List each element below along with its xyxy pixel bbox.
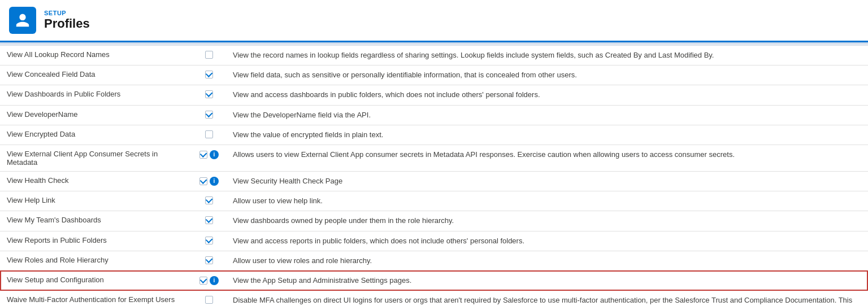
permission-description: Allows users to view External Client App… (226, 145, 868, 171)
permission-description: View the value of encrypted fields in pl… (226, 125, 868, 145)
permission-checkbox-cell[interactable] (192, 105, 226, 125)
permission-description: Allow user to view help link. (226, 191, 868, 211)
permission-checkbox[interactable] (199, 277, 207, 285)
table-row: View Help LinkAllow user to view help li… (0, 191, 868, 211)
table-row: View Roles and Role HierarchyAllow user … (0, 251, 868, 270)
permission-name: View External Client App Consumer Secret… (0, 145, 192, 171)
permission-checkbox[interactable] (205, 296, 213, 304)
permission-checkbox-cell[interactable] (192, 291, 226, 306)
permission-checkbox-cell[interactable]: i (192, 145, 226, 171)
permission-name: View Roles and Role Hierarchy (0, 251, 192, 270)
permissions-table-container: View All Lookup Record NamesView the rec… (0, 46, 868, 306)
permission-checkbox[interactable] (205, 51, 213, 59)
permission-checkbox[interactable] (205, 237, 213, 244)
info-button[interactable]: i (210, 276, 219, 285)
permission-checkbox[interactable] (199, 177, 207, 185)
permission-name: View Help Link (0, 191, 192, 211)
permission-checkbox-cell[interactable]: i (192, 270, 226, 290)
info-button[interactable]: i (210, 177, 219, 186)
permission-name: View Concealed Field Data (0, 65, 192, 85)
permission-name: View Dashboards in Public Folders (0, 85, 192, 105)
table-row: View External Client App Consumer Secret… (0, 145, 868, 171)
permission-name: View DeveloperName (0, 105, 192, 125)
permission-checkbox-cell[interactable] (192, 231, 226, 251)
header-text: SETUP Profiles (44, 10, 90, 31)
permission-description: Disable MFA challenges on direct UI logi… (226, 291, 868, 306)
permission-description: View the record names in lookup fields r… (226, 46, 868, 65)
permission-description: View dashboards owned by people under th… (226, 211, 868, 231)
permission-description: Allow user to view roles and role hierar… (226, 251, 868, 270)
info-button[interactable]: i (210, 150, 219, 159)
table-row: View DeveloperNameView the DeveloperName… (0, 105, 868, 125)
permission-checkbox-cell[interactable] (192, 65, 226, 85)
permission-name: View Setup and Configuration (0, 270, 192, 290)
table-row: View Concealed Field DataView field data… (0, 65, 868, 85)
permissions-table: View All Lookup Record NamesView the rec… (0, 46, 868, 306)
permission-name: View All Lookup Record Names (0, 46, 192, 65)
permission-checkbox[interactable] (205, 71, 213, 78)
permission-checkbox-cell[interactable] (192, 85, 226, 105)
permission-description: View the App Setup and Administrative Se… (226, 270, 868, 290)
table-row: View Setup and ConfigurationiView the Ap… (0, 270, 868, 290)
permission-checkbox[interactable] (205, 130, 213, 138)
permission-checkbox[interactable] (205, 216, 213, 224)
table-row: View All Lookup Record NamesView the rec… (0, 46, 868, 65)
permission-description: View Security Health Check Page (226, 171, 868, 191)
permission-checkbox-cell[interactable] (192, 191, 226, 211)
permission-name: View My Team's Dashboards (0, 211, 192, 231)
permission-name: View Reports in Public Folders (0, 231, 192, 251)
permission-name: View Encrypted Data (0, 125, 192, 145)
page-title: Profiles (44, 16, 90, 31)
permission-description: View and access dashboards in public fol… (226, 85, 868, 105)
table-row: View Dashboards in Public FoldersView an… (0, 85, 868, 105)
permission-description: View field data, such as sensitive or pe… (226, 65, 868, 85)
setup-label: SETUP (44, 10, 90, 16)
permission-checkbox-cell[interactable] (192, 251, 226, 270)
permission-checkbox-cell[interactable]: i (192, 171, 226, 191)
page-header: SETUP Profiles (0, 0, 868, 42)
permission-checkbox[interactable] (199, 151, 207, 159)
permission-name: Waive Multi-Factor Authentication for Ex… (0, 291, 192, 306)
permission-checkbox-cell[interactable] (192, 125, 226, 145)
permission-name: View Health Check (0, 171, 192, 191)
table-row: View Encrypted DataView the value of enc… (0, 125, 868, 145)
permission-checkbox[interactable] (205, 256, 213, 264)
permission-checkbox[interactable] (205, 196, 213, 204)
table-row: Waive Multi-Factor Authentication for Ex… (0, 291, 868, 306)
permission-checkbox[interactable] (205, 111, 213, 119)
table-row: View Reports in Public FoldersView and a… (0, 231, 868, 251)
profiles-icon (9, 7, 36, 34)
table-row: View My Team's DashboardsView dashboards… (0, 211, 868, 231)
permission-checkbox-cell[interactable] (192, 46, 226, 65)
permission-checkbox-cell[interactable] (192, 211, 226, 231)
permission-description: View and access reports in public folder… (226, 231, 868, 251)
permission-checkbox[interactable] (205, 90, 213, 98)
table-row: View Health CheckiView Security Health C… (0, 171, 868, 191)
permission-description: View the DeveloperName field via the API… (226, 105, 868, 125)
